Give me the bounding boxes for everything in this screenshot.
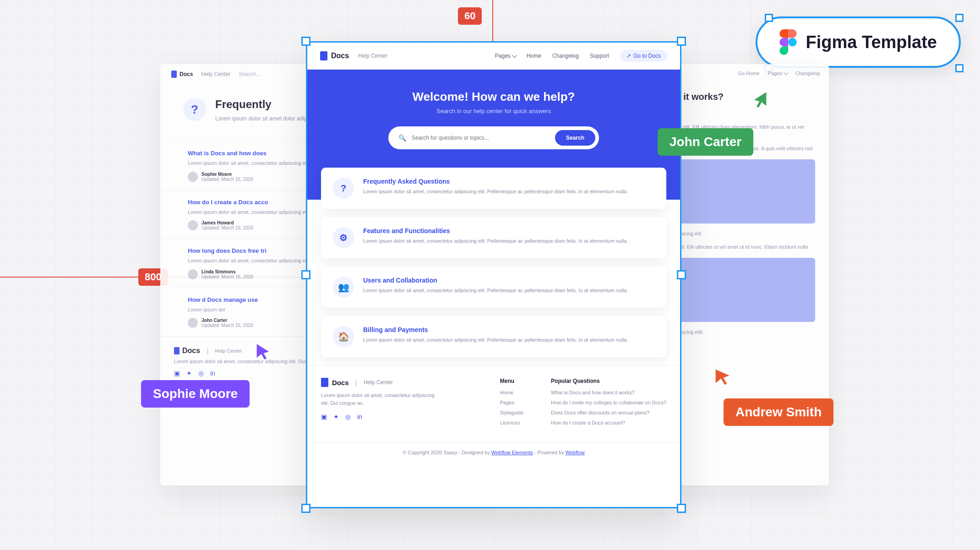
- question-icon: ?: [333, 178, 354, 199]
- search-input[interactable]: [406, 135, 555, 141]
- selection-handle[interactable]: [677, 504, 686, 513]
- selection-handle[interactable]: [677, 37, 686, 46]
- author-name: James Howard: [201, 220, 253, 225]
- facebook-icon[interactable]: ▣: [321, 413, 327, 420]
- card-faq[interactable]: ? Frequently Asked QuestionsLorem ipsum …: [321, 168, 666, 209]
- author-name: John Carter: [201, 318, 253, 323]
- figma-logo-icon: [779, 29, 797, 55]
- main-artboard[interactable]: Docs Help Center Pages Home Changelog Su…: [306, 41, 681, 508]
- card-desc: Lorem ipsum dolor sit amet, consectetur …: [363, 336, 628, 344]
- selection-handle[interactable]: [301, 504, 310, 513]
- footer-popular-link[interactable]: How do I create a Docs account?: [551, 420, 666, 425]
- footer: Docs|Help Center Lorem ipsum dolor sit a…: [307, 365, 680, 442]
- card-title: Users and Collaboration: [363, 277, 628, 284]
- twitter-icon[interactable]: ✦: [186, 370, 192, 377]
- copyright: © Copyright 2020 Saasy - Designed by Web…: [307, 442, 680, 463]
- right-title: does it works?: [659, 92, 815, 102]
- linkedin-icon[interactable]: in: [210, 370, 215, 377]
- author-date: Updated: March 15, 2020: [201, 274, 253, 279]
- right-nav-pages[interactable]: Pages: [768, 71, 787, 76]
- nav-home[interactable]: Home: [527, 53, 541, 59]
- footer-left: Docs|Help Center Lorem ipsum dolor sit a…: [321, 378, 473, 430]
- docs-logo-icon: [174, 347, 180, 354]
- footer-logo-text: Docs: [332, 379, 349, 387]
- image-placeholder: [659, 159, 815, 223]
- left-logo[interactable]: Docs: [171, 71, 193, 78]
- avatar: [188, 269, 198, 279]
- footer-desc: Lorem ipsum dolor sit amet, consectetur …: [321, 392, 440, 407]
- go-to-docs-button[interactable]: ↗Go to Docs: [620, 50, 667, 62]
- selection-handle[interactable]: [765, 14, 773, 22]
- card-title: Features and Functionalities: [363, 227, 628, 234]
- linkedin-icon[interactable]: in: [357, 413, 362, 420]
- logo[interactable]: Docs: [320, 51, 349, 60]
- card-title: Frequently Asked Questions: [363, 178, 628, 185]
- user-tag-andrew: Andrew Smith: [724, 398, 833, 426]
- users-icon: 👥: [333, 277, 354, 298]
- billing-icon: 🏠: [333, 326, 354, 347]
- logo-text: Docs: [331, 52, 349, 60]
- nav-changelog[interactable]: Changelog: [552, 53, 579, 59]
- footer-menu-title: Menu: [500, 378, 523, 384]
- selection-handle[interactable]: [301, 37, 310, 46]
- footer-logo[interactable]: Docs|Help Center: [321, 378, 473, 387]
- question-icon: ?: [183, 98, 206, 121]
- selection-handle[interactable]: [955, 64, 964, 72]
- footer-popular-title: Popular Questions: [551, 378, 666, 384]
- instagram-icon[interactable]: ◎: [345, 413, 351, 420]
- right-para: ipiscing elit. Elit ultricies ut vel ame…: [659, 243, 815, 251]
- avatar: [188, 220, 198, 230]
- right-heading: met: [659, 111, 815, 119]
- left-logo-text: Docs: [180, 71, 193, 77]
- external-link-icon: ↗: [626, 53, 631, 59]
- footer-menu: Menu Home Pages Styleguide Licences: [500, 378, 523, 430]
- user-tag-john: John Carter: [658, 128, 753, 156]
- left-footer-logo-text: Docs: [182, 347, 200, 355]
- card-billing[interactable]: 🏠 Billing and PaymentsLorem ipsum dolor …: [321, 316, 666, 357]
- copyright-link-webflow[interactable]: Webflow: [566, 450, 585, 455]
- nav-pages[interactable]: Pages: [495, 53, 516, 59]
- help-center-link[interactable]: Help Center: [358, 53, 387, 59]
- avatar: [188, 318, 198, 328]
- chevron-down-icon: [512, 53, 517, 58]
- author-date: Updated: March 15, 2020: [201, 225, 253, 230]
- search-icon: 🔍: [398, 134, 406, 142]
- right-nav-home[interactable]: Go Home: [738, 71, 760, 76]
- card-title: Billing and Payments: [363, 326, 628, 333]
- footer-link-home[interactable]: Home: [500, 390, 523, 395]
- left-search-placeholder[interactable]: Search...: [239, 71, 261, 77]
- figma-template-card[interactable]: Figma Template: [756, 16, 961, 68]
- left-help-link[interactable]: Help Center: [201, 71, 230, 77]
- nav-links: Pages Home Changelog Support ↗Go to Docs: [495, 50, 667, 62]
- footer-link-licences[interactable]: Licences: [500, 420, 523, 425]
- hero-subtitle: Search in our help center for quick answ…: [321, 108, 666, 114]
- figma-card-label: Figma Template: [806, 33, 937, 52]
- selection-handle[interactable]: [677, 270, 686, 279]
- card-users[interactable]: 👥 Users and CollaborationLorem ipsum dol…: [321, 267, 666, 308]
- instagram-icon[interactable]: ◎: [198, 370, 204, 377]
- search-button[interactable]: Search: [555, 130, 595, 146]
- card-features[interactable]: ⚙ Features and FunctionalitiesLorem ipsu…: [321, 217, 666, 258]
- footer-popular-link[interactable]: How do I invite my colleges to collabora…: [551, 400, 666, 405]
- author-date: Updated: March 15, 2020: [201, 323, 253, 328]
- footer-link-pages[interactable]: Pages: [500, 400, 523, 405]
- right-nav-changelog[interactable]: Changelog: [795, 71, 820, 76]
- twitter-icon[interactable]: ✦: [333, 413, 339, 420]
- facebook-icon[interactable]: ▣: [174, 370, 180, 377]
- footer-link-styleguide[interactable]: Styleguide: [500, 410, 523, 415]
- selection-handle[interactable]: [301, 270, 310, 279]
- docs-logo-icon: [171, 71, 177, 78]
- cursor-icon: [713, 366, 731, 385]
- svg-point-0: [788, 38, 797, 47]
- image-placeholder: [659, 258, 815, 322]
- avatar: [188, 172, 198, 182]
- right-para: tetur adipiscing elit.: [659, 230, 815, 238]
- docs-logo-icon: [321, 378, 328, 387]
- features-icon: ⚙: [333, 227, 354, 248]
- copyright-link-elements[interactable]: Webflow Elements: [491, 450, 533, 455]
- footer-popular-link[interactable]: What is Docs and how does it works?: [551, 390, 666, 395]
- selection-handle[interactable]: [955, 14, 964, 22]
- author-name: Sophie Moore: [201, 172, 253, 177]
- footer-popular-link[interactable]: Does Docs offer discounts on annual plan…: [551, 410, 666, 415]
- nav-support[interactable]: Support: [590, 53, 609, 59]
